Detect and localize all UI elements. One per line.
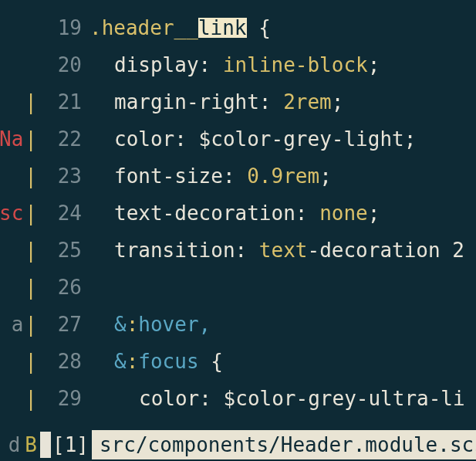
status-left: d B	[0, 435, 37, 455]
line-number: 20	[37, 46, 89, 83]
code-line[interactable]: &:focus {	[89, 343, 476, 380]
code-line[interactable]	[89, 269, 476, 306]
line-number: 25	[37, 232, 89, 269]
line-number: 22	[37, 120, 89, 158]
line-number: 19	[37, 9, 89, 46]
code-line[interactable]: color: $color-grey-light;	[89, 120, 476, 158]
line-number: 26	[37, 269, 89, 306]
gutter-marker: rNa|	[0, 120, 37, 158]
gutter-marker: .sc|	[0, 195, 37, 232]
line-number: 28	[37, 343, 89, 380]
buffer-indicator: [1]	[52, 435, 92, 455]
code-line[interactable]: .header__link {	[89, 9, 476, 46]
line-number: 21	[37, 83, 89, 120]
code-line[interactable]: color: $color-grey-ultra-li	[89, 380, 476, 417]
cursor-block-icon	[40, 432, 51, 458]
marker-column: | rNa| | .sc| | | " a| | |	[0, 0, 37, 461]
code-line[interactable]: transition: text-decoration 2	[89, 232, 476, 269]
line-number: 27	[37, 306, 89, 343]
status-bar: d B [1] src/components/Header.module.scs	[0, 429, 476, 461]
code-line[interactable]: margin-right: 2rem;	[89, 83, 476, 120]
line-number: 23	[37, 158, 89, 195]
line-number: 24	[37, 195, 89, 232]
gutter-marker: |	[23, 380, 37, 417]
code-line[interactable]: text-decoration: none;	[89, 195, 476, 232]
code-line[interactable]: display: inline-block;	[89, 46, 476, 83]
gutter-marker: |	[23, 232, 37, 269]
gutter-marker: |	[23, 83, 37, 120]
gutter-marker: |	[23, 158, 37, 195]
file-path[interactable]: src/components/Header.module.scs	[92, 430, 476, 459]
gutter-marker: " a|	[0, 306, 37, 343]
buffer-badge: B	[25, 435, 37, 455]
code-area[interactable]: .header__link { display: inline-block; m…	[89, 0, 476, 461]
code-editor[interactable]: | rNa| | .sc| | | " a| | | 19 20 21 22 2…	[0, 0, 476, 461]
search-highlight: link	[198, 18, 247, 38]
code-line[interactable]: font-size: 0.9rem;	[89, 158, 476, 195]
line-number-gutter: 19 20 21 22 23 24 25 26 27 28 29	[37, 0, 89, 461]
line-number: 29	[37, 380, 89, 417]
gutter-marker: |	[23, 269, 37, 306]
gutter-marker: |	[23, 343, 37, 380]
code-line[interactable]: &:hover,	[89, 306, 476, 343]
